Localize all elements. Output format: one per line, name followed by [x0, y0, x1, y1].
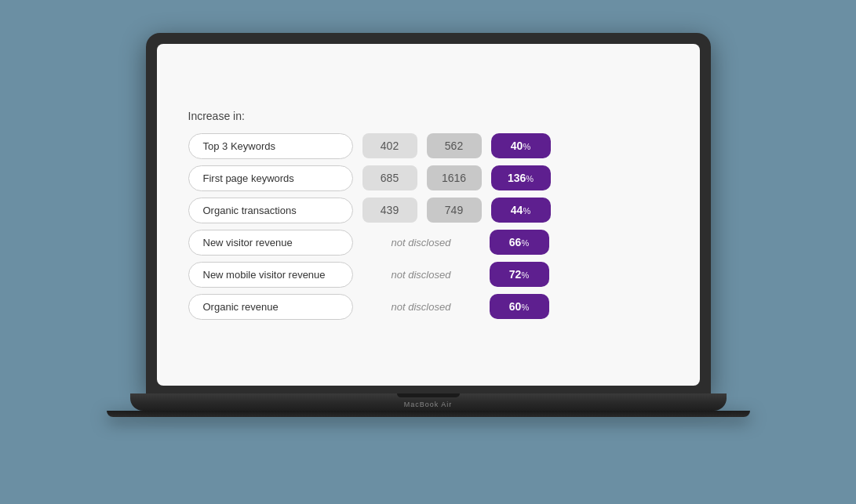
value2-top3keywords: 562	[427, 133, 482, 158]
table-row: New visitor revenuenot disclosed66%	[188, 230, 668, 256]
percent-sign: %	[521, 238, 529, 248]
increase-label: Increase in:	[188, 110, 668, 122]
laptop-foot	[107, 411, 750, 417]
laptop-screen: Increase in: Top 3 Keywords40256240%Firs…	[146, 33, 711, 393]
value2-firstpage: 1616	[427, 165, 482, 190]
laptop-base: MacBook Air	[130, 393, 727, 411]
not-disclosed-organicrevenue: not disclosed	[362, 301, 480, 313]
percent-sign: %	[523, 206, 530, 216]
percent-sign: %	[521, 303, 529, 312]
not-disclosed-newvisitorrevenue: not disclosed	[362, 237, 480, 248]
percent-sign: %	[521, 270, 529, 280]
value1-firstpage: 685	[362, 165, 417, 190]
percent-newmobilevisitor: 72%	[490, 262, 549, 287]
table-row: New mobile visitor revenuenot disclosed7…	[188, 262, 668, 288]
screen-inner: Increase in: Top 3 Keywords40256240%Firs…	[157, 44, 700, 386]
row-label-organicrevenue: Organic revenue	[188, 294, 353, 320]
percent-organictransactions: 44%	[491, 198, 551, 223]
percent-sign: %	[523, 142, 530, 151]
laptop-brand: MacBook Air	[404, 401, 453, 408]
percent-newvisitorrevenue: 66%	[490, 230, 549, 255]
value1-top3keywords: 402	[362, 133, 417, 158]
row-label-newvisitorrevenue: New visitor revenue	[188, 230, 353, 256]
table-row: First page keywords6851616136%	[188, 165, 668, 191]
table-row: Organic transactions43974944%	[188, 198, 668, 223]
table-row: Organic revenuenot disclosed60%	[188, 294, 668, 320]
row-label-newmobilevisitor: New mobile visitor revenue	[188, 262, 353, 288]
value2-organictransactions: 749	[427, 198, 482, 223]
row-label-top3keywords: Top 3 Keywords	[188, 133, 353, 159]
metrics-table: Top 3 Keywords40256240%First page keywor…	[188, 133, 668, 320]
laptop-wrapper: Increase in: Top 3 Keywords40256240%Firs…	[122, 33, 734, 472]
content-area: Increase in: Top 3 Keywords40256240%Firs…	[157, 86, 700, 343]
table-row: Top 3 Keywords40256240%	[188, 133, 668, 159]
percent-organicrevenue: 60%	[490, 294, 549, 319]
percent-sign: %	[526, 174, 534, 183]
row-label-organictransactions: Organic transactions	[188, 198, 353, 223]
percent-firstpage: 136%	[491, 165, 551, 190]
percent-top3keywords: 40%	[491, 133, 551, 158]
not-disclosed-newmobilevisitor: not disclosed	[362, 269, 480, 281]
row-label-firstpage: First page keywords	[188, 165, 353, 191]
value1-organictransactions: 439	[362, 198, 417, 223]
